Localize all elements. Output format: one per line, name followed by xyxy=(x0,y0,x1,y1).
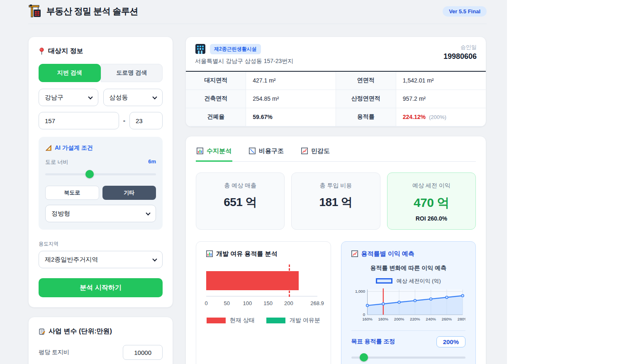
axis-tick: 50 xyxy=(224,300,230,306)
metric-value: 254.85 m² xyxy=(246,90,336,108)
shape-select[interactable]: 정방형 xyxy=(45,205,156,222)
svg-text:260%: 260% xyxy=(441,316,452,321)
analysis-tabs: 수지분석 비용구조 xyxy=(196,145,476,162)
app-title: 부동산 정밀 분석 솔루션 xyxy=(46,5,138,17)
target-far-track[interactable] xyxy=(351,357,466,359)
axis-tick: 268.9 xyxy=(310,300,324,306)
target-far-value: 200% xyxy=(436,336,465,347)
legend-swatch xyxy=(207,318,226,323)
zone-label: 용도지역 xyxy=(39,240,163,248)
analyze-button[interactable]: 분석 시작하기 xyxy=(39,278,163,297)
tab-label: 민감도 xyxy=(311,147,330,155)
far-chart-title: 개발 여유 용적률 분석 xyxy=(216,250,278,258)
profit-chart-title: 용적률별 이익 예측 xyxy=(361,250,414,258)
shape-value: 정방형 xyxy=(51,210,70,218)
triangle-ruler-icon xyxy=(45,145,52,151)
far-axis: 050100150200268.9 xyxy=(206,300,317,308)
ai-design-panel: AI 가설계 조건 도로 너비 6m 북도로 기타 xyxy=(39,137,163,230)
tab-label: 수지분석 xyxy=(207,147,231,155)
dong-select[interactable]: 삼성동 xyxy=(103,89,163,106)
metric-value: 224.12% (200%) xyxy=(396,108,486,126)
chevron-down-icon xyxy=(152,257,157,261)
legend-swatch xyxy=(266,318,285,323)
axis-tick: 200 xyxy=(284,300,293,306)
lot-sub-input[interactable] xyxy=(129,112,163,129)
metric-label: 용적률 xyxy=(336,108,396,126)
axis-tick: 0 xyxy=(205,300,207,306)
stat-label: 총 예상 매출 xyxy=(200,182,281,189)
tab-jibun-search[interactable]: 지번 검색 xyxy=(39,64,101,82)
land-price-input[interactable] xyxy=(123,345,163,360)
far-limit-note: (200%) xyxy=(429,114,446,120)
svg-text:240%: 240% xyxy=(426,316,436,321)
far-current-bar xyxy=(206,271,299,290)
zone-select[interactable]: 제2종일반주거지역 xyxy=(39,251,163,268)
tab-profit-analysis[interactable]: 수지분석 xyxy=(196,145,232,162)
chevron-down-icon xyxy=(146,211,150,215)
far-bar-chart xyxy=(206,268,317,294)
far-value: 224.12% xyxy=(403,114,426,120)
road-width-slider[interactable] xyxy=(45,170,156,178)
svg-text:280%: 280% xyxy=(457,316,465,321)
stat-value: 181 억 xyxy=(295,194,376,210)
stat-roi: ROI 260.0% xyxy=(391,215,472,222)
table-row: 대지면적 427.1 m² 연면적 1,542.01 m² xyxy=(186,71,486,90)
variable-row: 평당 토지비 xyxy=(39,345,163,360)
ai-panel-title: AI 가설계 조건 xyxy=(55,144,93,152)
svg-text:200%: 200% xyxy=(394,316,404,321)
axis-tick: 150 xyxy=(263,300,273,306)
tab-road-search[interactable]: 도로명 검색 xyxy=(101,64,163,82)
building-info-card: 제2종근린생활시설 서울특별시 강남구 삼성동 157-23번지 승인일 199… xyxy=(185,36,486,127)
memo-icon xyxy=(39,328,45,335)
far-legend: 현재 상태개발 여유분 xyxy=(206,317,321,324)
lot-separator: - xyxy=(123,117,125,124)
approval-date-label: 승인일 xyxy=(443,44,477,51)
metric-label: 건축면적 xyxy=(186,90,246,108)
legend-item: 개발 여유분 xyxy=(266,317,320,324)
approval-date-value: 19980606 xyxy=(443,52,477,61)
app-background: 부동산 정밀 분석 솔루션 Ver 5.5 Final 대상지 정보 xyxy=(0,0,507,364)
up-trend-icon xyxy=(351,250,358,257)
search-mode-tabs: 지번 검색 도로명 검색 xyxy=(39,64,163,82)
profit-line-legend: 예상 세전이익 (억) xyxy=(351,277,466,285)
profit-line-chart: 01,000160%180%200%220%240%260%280% xyxy=(351,286,466,325)
target-far-slider[interactable] xyxy=(351,353,466,362)
etc-button[interactable]: 기타 xyxy=(102,186,156,200)
land-price-label: 평당 토지비 xyxy=(39,349,69,356)
metric-value: 1,542.01 m² xyxy=(396,71,486,90)
target-far-thumb[interactable] xyxy=(360,353,368,362)
far-axis-line xyxy=(206,296,317,296)
road-width-thumb[interactable] xyxy=(85,170,94,178)
metric-value: 59.67% xyxy=(246,108,336,126)
zone-value: 제2종일반주거지역 xyxy=(45,256,98,264)
metric-label: 대지면적 xyxy=(186,71,246,90)
far-limit-line xyxy=(289,265,290,297)
district-value: 강남구 xyxy=(45,94,63,102)
table-row: 건폐율 59.67% 용적률 224.12% (200%) xyxy=(186,108,486,126)
road-width-track[interactable] xyxy=(45,173,156,175)
north-road-button[interactable]: 북도로 xyxy=(45,186,99,200)
chevron-down-icon xyxy=(88,95,93,99)
axis-tick: 100 xyxy=(243,300,252,306)
variables-title: 사업 변수 (단위:만원) xyxy=(49,327,112,336)
lot-main-input[interactable] xyxy=(39,112,119,129)
svg-text:220%: 220% xyxy=(410,316,420,321)
svg-text:1,000: 1,000 xyxy=(355,289,365,294)
bar-chart-icon xyxy=(197,148,203,154)
building-type-badge: 제2종근린생활시설 xyxy=(210,44,261,54)
tab-sensitivity[interactable]: 민감도 xyxy=(300,145,331,162)
metric-label: 연면적 xyxy=(336,71,396,90)
stat-revenue: 총 예상 매출 651 억 xyxy=(196,172,285,230)
stat-cost: 총 투입 비용 181 억 xyxy=(291,172,380,230)
legend-item: 현재 상태 xyxy=(207,317,255,324)
metric-value: 427.1 m² xyxy=(246,71,336,90)
district-select[interactable]: 강남구 xyxy=(39,89,98,106)
site-info-card: 대상지 정보 지번 검색 도로명 검색 강남구 삼성동 xyxy=(28,36,173,308)
site-info-title: 대상지 정보 xyxy=(48,47,83,56)
building-metrics-table: 대지면적 427.1 m² 연면적 1,542.01 m² 건축면적 254.8… xyxy=(186,71,486,126)
metric-value: 957.2 m² xyxy=(396,90,486,108)
svg-text:160%: 160% xyxy=(362,316,373,321)
tab-cost-structure[interactable]: 비용구조 xyxy=(248,145,285,162)
map-pin-icon xyxy=(39,48,45,55)
road-width-label: 도로 너비 xyxy=(45,158,68,166)
